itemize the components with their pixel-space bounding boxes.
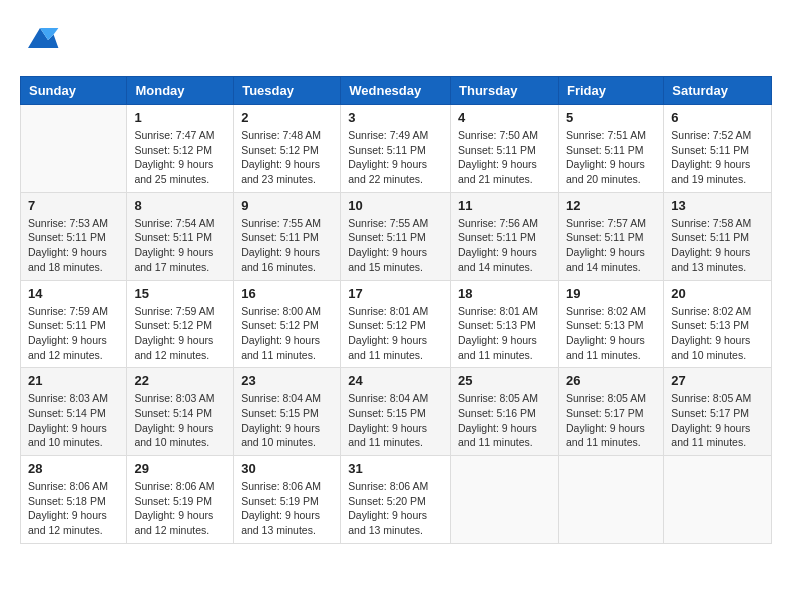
day-info: Sunrise: 7:59 AMSunset: 5:12 PMDaylight:… xyxy=(134,304,226,363)
logo-icon xyxy=(20,20,60,60)
day-number: 21 xyxy=(28,373,119,388)
day-cell xyxy=(664,456,772,544)
day-info: Sunrise: 7:47 AMSunset: 5:12 PMDaylight:… xyxy=(134,128,226,187)
header-saturday: Saturday xyxy=(664,77,772,105)
day-cell: 9Sunrise: 7:55 AMSunset: 5:11 PMDaylight… xyxy=(234,192,341,280)
day-cell: 11Sunrise: 7:56 AMSunset: 5:11 PMDayligh… xyxy=(451,192,559,280)
day-cell: 1Sunrise: 7:47 AMSunset: 5:12 PMDaylight… xyxy=(127,105,234,193)
week-row-2: 7Sunrise: 7:53 AMSunset: 5:11 PMDaylight… xyxy=(21,192,772,280)
logo xyxy=(20,20,64,60)
day-number: 10 xyxy=(348,198,443,213)
day-number: 20 xyxy=(671,286,764,301)
day-cell: 28Sunrise: 8:06 AMSunset: 5:18 PMDayligh… xyxy=(21,456,127,544)
week-row-3: 14Sunrise: 7:59 AMSunset: 5:11 PMDayligh… xyxy=(21,280,772,368)
day-number: 9 xyxy=(241,198,333,213)
day-cell: 4Sunrise: 7:50 AMSunset: 5:11 PMDaylight… xyxy=(451,105,559,193)
day-info: Sunrise: 8:06 AMSunset: 5:20 PMDaylight:… xyxy=(348,479,443,538)
day-number: 28 xyxy=(28,461,119,476)
day-number: 18 xyxy=(458,286,551,301)
day-info: Sunrise: 8:06 AMSunset: 5:19 PMDaylight:… xyxy=(134,479,226,538)
day-info: Sunrise: 7:58 AMSunset: 5:11 PMDaylight:… xyxy=(671,216,764,275)
week-row-1: 1Sunrise: 7:47 AMSunset: 5:12 PMDaylight… xyxy=(21,105,772,193)
day-number: 30 xyxy=(241,461,333,476)
day-number: 23 xyxy=(241,373,333,388)
page-header xyxy=(20,20,772,60)
day-cell: 8Sunrise: 7:54 AMSunset: 5:11 PMDaylight… xyxy=(127,192,234,280)
day-cell: 16Sunrise: 8:00 AMSunset: 5:12 PMDayligh… xyxy=(234,280,341,368)
day-info: Sunrise: 8:02 AMSunset: 5:13 PMDaylight:… xyxy=(566,304,656,363)
day-cell: 23Sunrise: 8:04 AMSunset: 5:15 PMDayligh… xyxy=(234,368,341,456)
day-cell: 31Sunrise: 8:06 AMSunset: 5:20 PMDayligh… xyxy=(341,456,451,544)
calendar-header-row: SundayMondayTuesdayWednesdayThursdayFrid… xyxy=(21,77,772,105)
day-cell: 30Sunrise: 8:06 AMSunset: 5:19 PMDayligh… xyxy=(234,456,341,544)
day-cell: 2Sunrise: 7:48 AMSunset: 5:12 PMDaylight… xyxy=(234,105,341,193)
day-info: Sunrise: 8:02 AMSunset: 5:13 PMDaylight:… xyxy=(671,304,764,363)
week-row-4: 21Sunrise: 8:03 AMSunset: 5:14 PMDayligh… xyxy=(21,368,772,456)
day-cell: 24Sunrise: 8:04 AMSunset: 5:15 PMDayligh… xyxy=(341,368,451,456)
day-cell xyxy=(21,105,127,193)
day-info: Sunrise: 8:05 AMSunset: 5:16 PMDaylight:… xyxy=(458,391,551,450)
day-cell: 5Sunrise: 7:51 AMSunset: 5:11 PMDaylight… xyxy=(558,105,663,193)
day-number: 12 xyxy=(566,198,656,213)
day-cell: 17Sunrise: 8:01 AMSunset: 5:12 PMDayligh… xyxy=(341,280,451,368)
day-number: 17 xyxy=(348,286,443,301)
day-info: Sunrise: 8:05 AMSunset: 5:17 PMDaylight:… xyxy=(566,391,656,450)
day-cell xyxy=(558,456,663,544)
day-cell: 18Sunrise: 8:01 AMSunset: 5:13 PMDayligh… xyxy=(451,280,559,368)
day-cell: 20Sunrise: 8:02 AMSunset: 5:13 PMDayligh… xyxy=(664,280,772,368)
day-info: Sunrise: 8:06 AMSunset: 5:18 PMDaylight:… xyxy=(28,479,119,538)
day-cell: 22Sunrise: 8:03 AMSunset: 5:14 PMDayligh… xyxy=(127,368,234,456)
day-number: 14 xyxy=(28,286,119,301)
day-info: Sunrise: 8:06 AMSunset: 5:19 PMDaylight:… xyxy=(241,479,333,538)
day-cell: 6Sunrise: 7:52 AMSunset: 5:11 PMDaylight… xyxy=(664,105,772,193)
day-cell: 12Sunrise: 7:57 AMSunset: 5:11 PMDayligh… xyxy=(558,192,663,280)
day-cell: 27Sunrise: 8:05 AMSunset: 5:17 PMDayligh… xyxy=(664,368,772,456)
day-cell: 7Sunrise: 7:53 AMSunset: 5:11 PMDaylight… xyxy=(21,192,127,280)
day-info: Sunrise: 8:00 AMSunset: 5:12 PMDaylight:… xyxy=(241,304,333,363)
day-cell xyxy=(451,456,559,544)
day-info: Sunrise: 8:01 AMSunset: 5:13 PMDaylight:… xyxy=(458,304,551,363)
day-info: Sunrise: 8:01 AMSunset: 5:12 PMDaylight:… xyxy=(348,304,443,363)
day-info: Sunrise: 7:55 AMSunset: 5:11 PMDaylight:… xyxy=(348,216,443,275)
day-number: 16 xyxy=(241,286,333,301)
day-info: Sunrise: 7:49 AMSunset: 5:11 PMDaylight:… xyxy=(348,128,443,187)
day-info: Sunrise: 7:48 AMSunset: 5:12 PMDaylight:… xyxy=(241,128,333,187)
header-wednesday: Wednesday xyxy=(341,77,451,105)
day-number: 4 xyxy=(458,110,551,125)
day-number: 27 xyxy=(671,373,764,388)
day-number: 15 xyxy=(134,286,226,301)
week-row-5: 28Sunrise: 8:06 AMSunset: 5:18 PMDayligh… xyxy=(21,456,772,544)
day-cell: 25Sunrise: 8:05 AMSunset: 5:16 PMDayligh… xyxy=(451,368,559,456)
day-number: 31 xyxy=(348,461,443,476)
day-info: Sunrise: 7:52 AMSunset: 5:11 PMDaylight:… xyxy=(671,128,764,187)
day-number: 1 xyxy=(134,110,226,125)
day-info: Sunrise: 8:03 AMSunset: 5:14 PMDaylight:… xyxy=(28,391,119,450)
day-cell: 26Sunrise: 8:05 AMSunset: 5:17 PMDayligh… xyxy=(558,368,663,456)
day-info: Sunrise: 8:03 AMSunset: 5:14 PMDaylight:… xyxy=(134,391,226,450)
day-info: Sunrise: 8:04 AMSunset: 5:15 PMDaylight:… xyxy=(348,391,443,450)
day-info: Sunrise: 7:55 AMSunset: 5:11 PMDaylight:… xyxy=(241,216,333,275)
day-cell: 13Sunrise: 7:58 AMSunset: 5:11 PMDayligh… xyxy=(664,192,772,280)
day-info: Sunrise: 7:56 AMSunset: 5:11 PMDaylight:… xyxy=(458,216,551,275)
day-number: 6 xyxy=(671,110,764,125)
day-cell: 14Sunrise: 7:59 AMSunset: 5:11 PMDayligh… xyxy=(21,280,127,368)
day-info: Sunrise: 8:05 AMSunset: 5:17 PMDaylight:… xyxy=(671,391,764,450)
day-number: 3 xyxy=(348,110,443,125)
day-number: 26 xyxy=(566,373,656,388)
day-cell: 10Sunrise: 7:55 AMSunset: 5:11 PMDayligh… xyxy=(341,192,451,280)
header-tuesday: Tuesday xyxy=(234,77,341,105)
day-info: Sunrise: 7:51 AMSunset: 5:11 PMDaylight:… xyxy=(566,128,656,187)
header-sunday: Sunday xyxy=(21,77,127,105)
day-number: 24 xyxy=(348,373,443,388)
day-info: Sunrise: 7:53 AMSunset: 5:11 PMDaylight:… xyxy=(28,216,119,275)
day-number: 11 xyxy=(458,198,551,213)
day-cell: 29Sunrise: 8:06 AMSunset: 5:19 PMDayligh… xyxy=(127,456,234,544)
day-number: 19 xyxy=(566,286,656,301)
day-info: Sunrise: 7:54 AMSunset: 5:11 PMDaylight:… xyxy=(134,216,226,275)
day-cell: 21Sunrise: 8:03 AMSunset: 5:14 PMDayligh… xyxy=(21,368,127,456)
day-info: Sunrise: 8:04 AMSunset: 5:15 PMDaylight:… xyxy=(241,391,333,450)
day-cell: 19Sunrise: 8:02 AMSunset: 5:13 PMDayligh… xyxy=(558,280,663,368)
day-cell: 15Sunrise: 7:59 AMSunset: 5:12 PMDayligh… xyxy=(127,280,234,368)
day-info: Sunrise: 7:50 AMSunset: 5:11 PMDaylight:… xyxy=(458,128,551,187)
day-number: 2 xyxy=(241,110,333,125)
